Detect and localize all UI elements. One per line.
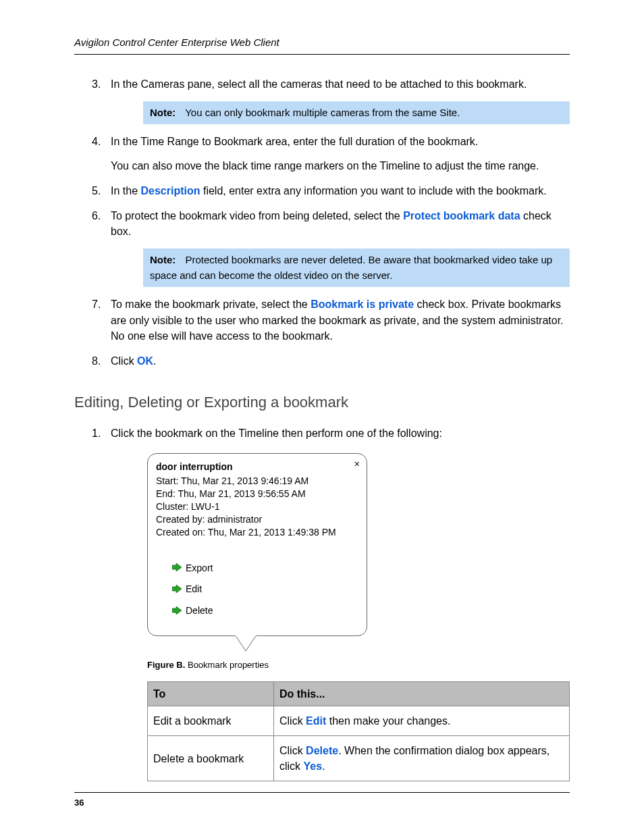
arrow-right-icon [172, 583, 182, 596]
page-number: 36 [74, 792, 570, 810]
step-number: 4. [92, 134, 101, 149]
popup-line-createdon: Created on: Thu, Mar 21, 2013 1:49:38 PM [156, 526, 358, 539]
step-text-post: field, enter extra any information you w… [200, 185, 547, 197]
section-heading: Editing, Deleting or Exporting a bookmar… [74, 392, 570, 413]
step-7: 7. To make the bookmark private, select … [92, 296, 570, 344]
figure-text: Bookmark properties [185, 660, 269, 670]
ok-ref: OK [137, 355, 153, 367]
step-number: 5. [92, 183, 101, 199]
yes-ref: Yes [304, 760, 323, 772]
note-box: Note: Protected bookmarks are never dele… [143, 249, 570, 287]
running-header: Avigilon Control Center Enterprise Web C… [74, 35, 570, 55]
edit-ref: Edit [306, 715, 326, 727]
bookmark-popup: × door interruption Start: Thu, Mar 21, … [147, 453, 367, 636]
cell-action: Click Edit then make your changes. [274, 706, 570, 735]
export-label: Export [186, 563, 213, 573]
step-followup: You can also move the black time range m… [111, 158, 570, 174]
page: Avigilon Control Center Enterprise Web C… [0, 0, 644, 834]
edit-label: Edit [186, 583, 202, 594]
step-text-post: . [153, 355, 156, 367]
step-1b: 1. Click the bookmark on the Timeline th… [92, 425, 570, 781]
cell-text: Click [279, 745, 306, 756]
step-text: In the Cameras pane, select all the came… [111, 78, 527, 90]
figure-caption: Figure B. Bookmark properties [147, 659, 570, 672]
cell-task: Delete a bookmark [148, 735, 274, 781]
delete-label: Delete [186, 605, 213, 616]
cell-task: Edit a bookmark [148, 706, 274, 735]
bookmark-popup-figure: × door interruption Start: Thu, Mar 21, … [147, 453, 570, 655]
step-number: 8. [92, 353, 101, 369]
delete-button[interactable]: Delete [172, 600, 358, 622]
step-5: 5. In the Description field, enter extra… [92, 183, 570, 199]
protect-bookmark-data-ref: Protect bookmark data [403, 210, 520, 221]
cell-text: . [322, 760, 325, 772]
step-number: 7. [92, 296, 101, 312]
step-text-pre: Click [111, 355, 137, 367]
note-text: You can only bookmark multiple cameras f… [185, 107, 460, 118]
note-label: Note: [150, 107, 182, 118]
popup-actions: Export Edit Delete [156, 558, 358, 622]
step-number: 1. [92, 425, 101, 441]
cell-action: Click Delete. When the confirmation dial… [274, 735, 570, 781]
bookmark-is-private-ref: Bookmark is private [311, 298, 414, 310]
popup-tail [147, 636, 350, 655]
step-text-pre: To make the bookmark private, select the [111, 298, 311, 310]
step-text: In the Time Range to Bookmark area, ente… [111, 136, 478, 147]
table-row: Edit a bookmark Click Edit then make you… [148, 706, 570, 735]
close-icon[interactable]: × [354, 458, 360, 471]
ordered-steps: 3. In the Cameras pane, select all the c… [92, 76, 570, 369]
popup-title: door interruption [156, 461, 358, 473]
export-button[interactable]: Export [172, 558, 358, 579]
table-row: Delete a bookmark Click Delete. When the… [148, 735, 570, 781]
arrow-right-icon [172, 605, 182, 618]
popup-line-createdby: Created by: administrator [156, 513, 358, 526]
procedure-table: To Do this... Edit a bookmark Click Edit… [147, 681, 570, 782]
cell-text: then make your changes. [326, 715, 450, 727]
description-field-ref: Description [140, 185, 200, 197]
col-header-to: To [148, 681, 274, 706]
note-box: Note: You can only bookmark multiple cam… [143, 101, 570, 125]
popup-line-start: Start: Thu, Mar 21, 2013 9:46:19 AM [156, 475, 358, 488]
ordered-steps-2: 1. Click the bookmark on the Timeline th… [92, 425, 570, 781]
note-text: Protected bookmarks are never deleted. B… [150, 254, 552, 281]
step-4: 4. In the Time Range to Bookmark area, e… [92, 134, 570, 173]
edit-button[interactable]: Edit [172, 579, 358, 600]
popup-line-end: End: Thu, Mar 21, 2013 9:56:55 AM [156, 488, 358, 500]
step-3: 3. In the Cameras pane, select all the c… [92, 76, 570, 125]
step-number: 3. [92, 76, 101, 92]
step-6: 6. To protect the bookmark video from be… [92, 208, 570, 287]
delete-ref: Delete [306, 745, 338, 756]
step-text-pre: To protect the bookmark video from being… [111, 210, 403, 221]
note-label: Note: [150, 254, 182, 265]
figure-label: Figure B. [147, 660, 185, 670]
cell-text: Click [279, 715, 306, 727]
popup-line-cluster: Cluster: LWU-1 [156, 500, 358, 513]
col-header-do: Do this... [274, 681, 570, 706]
step-text: Click the bookmark on the Timeline then … [111, 427, 442, 439]
step-text-pre: In the [111, 185, 140, 197]
step-8: 8. Click OK. [92, 353, 570, 369]
arrow-right-icon [172, 562, 182, 575]
step-number: 6. [92, 208, 101, 224]
